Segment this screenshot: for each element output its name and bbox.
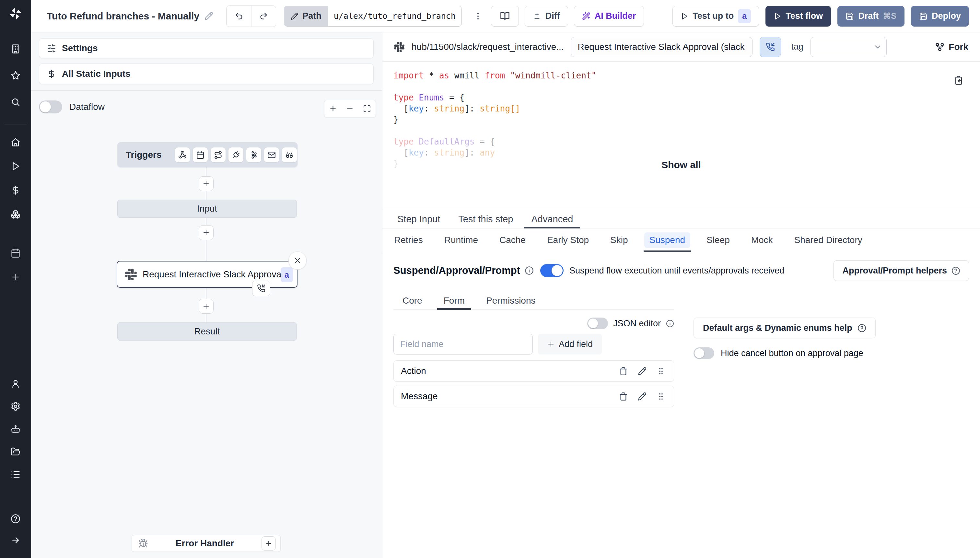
tab-suspend[interactable]: Suspend xyxy=(648,228,687,252)
path-edit-button[interactable]: Path xyxy=(284,6,328,26)
save-icon xyxy=(845,12,854,20)
tab-test-this-step[interactable]: Test this step xyxy=(451,210,520,228)
add-field-button[interactable]: Add field xyxy=(538,334,602,354)
tag-select[interactable] xyxy=(811,37,886,57)
sidebar-item-user[interactable] xyxy=(10,379,21,389)
tab-skip[interactable]: Skip xyxy=(609,228,629,252)
sidebar-item-arrow-right[interactable] xyxy=(10,535,21,545)
tab-cache[interactable]: Cache xyxy=(498,228,527,252)
hide-cancel-toggle[interactable] xyxy=(694,347,714,359)
suspend-indicator-button[interactable] xyxy=(760,37,781,57)
trigger-calendar-button[interactable] xyxy=(193,148,208,162)
tab-form[interactable]: Form xyxy=(437,292,471,309)
webhook-icon xyxy=(178,151,187,159)
trigger-kafka-button[interactable] xyxy=(246,148,261,162)
sidebar-item-folder[interactable] xyxy=(10,446,21,457)
tab-sleep[interactable]: Sleep xyxy=(705,228,731,252)
field-edit-button[interactable] xyxy=(636,391,648,402)
sidebar-item-list[interactable] xyxy=(10,469,21,479)
flow-title[interactable]: Tuto Refund branches - Manually xyxy=(42,7,218,25)
trigger-watch-button[interactable] xyxy=(282,148,297,162)
tab-mock[interactable]: Mock xyxy=(750,228,774,252)
sidebar-item-calendar[interactable] xyxy=(10,248,21,258)
sidebar-item-play[interactable] xyxy=(10,161,21,171)
user-icon xyxy=(11,379,20,389)
draft-button[interactable]: Draft ⌘S xyxy=(837,6,904,26)
path-input[interactable] xyxy=(328,6,461,26)
sidebar-item-gear[interactable] xyxy=(10,401,21,412)
tab-runtime[interactable]: Runtime xyxy=(443,228,479,252)
redo-button[interactable] xyxy=(251,6,276,26)
tab-step-input[interactable]: Step Input xyxy=(390,210,447,228)
insert-step-button[interactable] xyxy=(199,225,213,240)
field-delete-button[interactable] xyxy=(617,391,629,402)
field-edit-button[interactable] xyxy=(636,365,648,377)
undo-button[interactable] xyxy=(227,6,251,26)
sidebar-item-building[interactable] xyxy=(10,44,21,54)
approval-step-node[interactable]: Request Interactive Slack Approval (... … xyxy=(117,261,297,288)
field-drag-handle[interactable] xyxy=(655,391,666,402)
tab-permissions[interactable]: Permissions xyxy=(479,292,542,309)
flow-settings-button[interactable]: Settings xyxy=(39,38,374,58)
more-menu-button[interactable] xyxy=(471,6,485,26)
tab-advanced[interactable]: Advanced xyxy=(524,210,580,228)
sidebar-item-robot[interactable] xyxy=(10,424,21,434)
hub-script-path[interactable]: hub/11500/slack/request_interactive... xyxy=(412,42,564,52)
diff-button[interactable]: Diff xyxy=(525,6,568,26)
input-node[interactable]: Input xyxy=(117,200,297,218)
code-line: type DefaultArgs = { xyxy=(394,136,969,147)
edit-title-icon[interactable] xyxy=(205,11,213,20)
trigger-mail-button[interactable] xyxy=(264,148,279,162)
json-editor-toggle[interactable] xyxy=(587,318,608,329)
delete-step-button[interactable] xyxy=(289,251,307,269)
dataflow-toggle[interactable] xyxy=(39,100,62,113)
plug-icon xyxy=(232,151,240,159)
fit-view-button[interactable] xyxy=(360,101,374,116)
windmill-logo[interactable] xyxy=(8,7,23,21)
result-node[interactable]: Result xyxy=(117,322,297,341)
zoom-in-button[interactable] xyxy=(325,101,340,116)
suspend-step-badge[interactable] xyxy=(252,281,270,296)
error-handler-node[interactable]: Error Handler xyxy=(131,535,281,552)
step-summary-input[interactable] xyxy=(571,37,752,57)
trigger-plug-button[interactable] xyxy=(228,148,243,162)
sidebar-item-search[interactable] xyxy=(10,97,21,107)
book-icon xyxy=(500,11,510,21)
all-static-inputs-button[interactable]: All Static Inputs xyxy=(39,64,374,84)
triggers-node[interactable]: Triggers xyxy=(117,142,297,167)
sidebar-item-plus[interactable] xyxy=(10,272,21,282)
tab-core[interactable]: Core xyxy=(396,292,429,309)
copy-code-button[interactable] xyxy=(952,73,966,87)
test-up-to-button[interactable]: Test up to a xyxy=(673,6,759,26)
sidebar-item-boxes[interactable] xyxy=(10,209,21,219)
fork-button[interactable]: Fork xyxy=(935,42,969,52)
sidebar-item-home[interactable] xyxy=(10,137,21,148)
test-flow-button[interactable]: Test flow xyxy=(765,6,831,26)
docs-button[interactable] xyxy=(491,6,519,26)
insert-step-button[interactable] xyxy=(199,176,213,191)
info-icon[interactable] xyxy=(666,320,674,328)
trigger-webhook-button[interactable] xyxy=(175,148,190,162)
tab-label: Runtime xyxy=(443,233,479,247)
field-drag-handle[interactable] xyxy=(655,365,666,377)
deploy-button[interactable]: Deploy xyxy=(911,6,969,26)
sidebar-item-star[interactable] xyxy=(10,70,21,81)
field-name-input[interactable] xyxy=(394,334,533,354)
sidebar-item-help[interactable] xyxy=(10,514,21,524)
trigger-route-button[interactable] xyxy=(211,148,226,162)
tab-retries[interactable]: Retries xyxy=(393,228,424,252)
approval-prompt-helpers-button[interactable]: Approval/Prompt helpers xyxy=(834,260,969,281)
add-error-handler-button[interactable] xyxy=(261,536,276,551)
insert-step-button[interactable] xyxy=(199,299,213,313)
zoom-out-button[interactable] xyxy=(343,101,358,116)
show-all-button[interactable]: Show all xyxy=(382,159,980,171)
suspend-enabled-toggle[interactable] xyxy=(540,264,563,277)
tab-early-stop[interactable]: Early Stop xyxy=(546,228,590,252)
tab-shared-directory[interactable]: Shared Directory xyxy=(793,228,863,252)
default-args-help-button[interactable]: Default args & Dynamic enums help xyxy=(694,318,876,338)
field-delete-button[interactable] xyxy=(617,365,629,377)
info-icon[interactable] xyxy=(525,266,534,275)
ai-builder-button[interactable]: AI Builder xyxy=(574,6,644,26)
sidebar-item-dollar[interactable] xyxy=(10,185,21,195)
phone-incoming-icon xyxy=(766,43,775,51)
